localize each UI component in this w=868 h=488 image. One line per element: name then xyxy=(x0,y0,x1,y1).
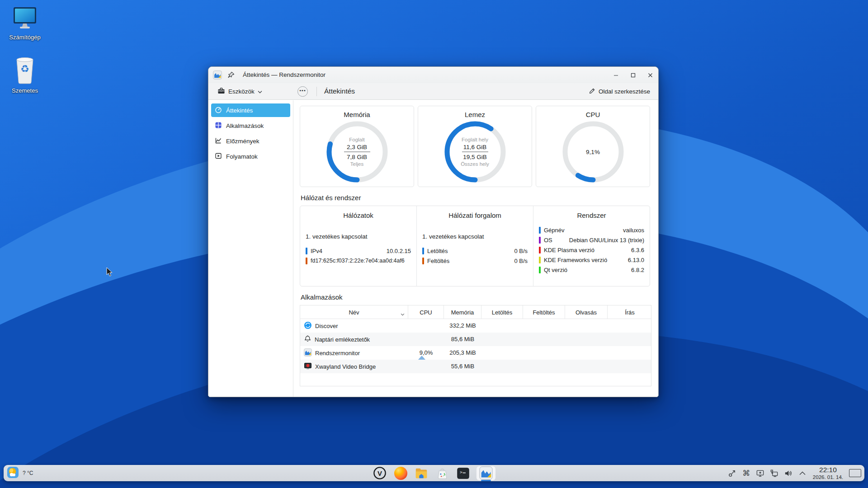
fraction-divider xyxy=(462,152,488,152)
gauge-cards-row: Memória Foglalt 2,3 GiB 7,8 GiB Teljes L… xyxy=(300,106,650,187)
clock-date: 2026. 01. 14. xyxy=(813,474,843,480)
system-monitor-task[interactable] xyxy=(476,466,495,480)
close-button[interactable] xyxy=(646,71,654,79)
network-system-card: Hálózatok 1. vezetékes kapcsolat IPv4 10… xyxy=(300,206,650,286)
legend-color-bar xyxy=(539,267,541,273)
sidebar: Áttekintés Alkalmazások Előzmények xyxy=(208,100,293,397)
device-notifier-icon[interactable] xyxy=(728,469,737,478)
firefox-icon[interactable] xyxy=(393,466,408,480)
clock-time: 22:10 xyxy=(813,466,843,474)
svg-text:>: > xyxy=(460,469,462,474)
column-header-name[interactable]: Név xyxy=(300,305,408,319)
pin-icon[interactable] xyxy=(227,71,235,80)
toolbar-separator xyxy=(316,87,317,96)
desktop-icon-trash[interactable]: ♻ Szemetes xyxy=(0,56,50,94)
system-monitor-icon xyxy=(304,348,312,358)
edit-page-button[interactable]: Oldal szerkesztése xyxy=(587,86,652,97)
overflow-menu-button[interactable]: ••• xyxy=(297,86,308,97)
memory-total-label: Teljes xyxy=(300,161,414,168)
clipboard-command-icon[interactable]: ⌘ xyxy=(742,469,751,478)
column-header-memory[interactable]: Memória xyxy=(444,305,481,319)
screen-config-icon[interactable] xyxy=(756,469,765,478)
dolphin-icon[interactable] xyxy=(414,466,429,480)
window-controls xyxy=(612,67,654,83)
sort-chevron-icon xyxy=(401,310,405,317)
disk-gauge-text: Foglalt hely 11,6 GiB 19,5 GiB Összes he… xyxy=(418,136,532,168)
system-tray: ⌘ 22:10 2026. 01. 14. xyxy=(728,465,861,481)
table-row-xwayland-video-bridge[interactable]: Xwayland Video Bridge 55,6 MiB xyxy=(300,360,651,373)
pencil-icon xyxy=(589,88,595,96)
tools-menu-label: Eszközök xyxy=(228,88,255,95)
legend-color-bar xyxy=(539,247,541,253)
table-row-discover[interactable]: Discover 332,2 MiB xyxy=(300,319,651,333)
column-header-read[interactable]: Olvasás xyxy=(565,305,608,319)
desktop-icon-label: Számítógép xyxy=(0,34,50,41)
weather-temperature-label: ? °C xyxy=(23,470,33,476)
minimize-button[interactable] xyxy=(612,71,619,79)
discover-store-icon[interactable] xyxy=(435,466,449,480)
tools-menu-button[interactable]: Eszközök xyxy=(215,86,265,97)
mouse-cursor xyxy=(106,267,114,279)
column-header-download[interactable]: Letöltés xyxy=(481,305,523,319)
sidebar-item-processes[interactable]: Folyamatok xyxy=(211,150,290,163)
gauge-icon xyxy=(215,106,222,115)
sidebar-item-label: Folyamatok xyxy=(226,153,258,160)
network-wired-icon[interactable] xyxy=(770,469,779,478)
applications-heading: Alkalmazások xyxy=(301,293,650,301)
weather-widget[interactable]: ? °C xyxy=(7,465,33,481)
legend-row-frameworks-version: KDE Frameworks verzió 6.13.0 xyxy=(539,255,644,265)
legend-color-bar xyxy=(306,248,307,254)
cpu-cell-with-sparkline: 9,0% xyxy=(408,346,444,360)
digital-clock[interactable]: 22:10 2026. 01. 14. xyxy=(813,466,843,479)
disk-card-title: Lemez xyxy=(418,111,532,118)
cpu-gauge-text: 9,1% xyxy=(536,148,650,156)
titlebar[interactable]: Áttekintés — Rendszermonitor xyxy=(208,67,658,83)
legend-color-bar xyxy=(539,257,541,263)
disk-total-value: 19,5 GiB xyxy=(418,153,532,161)
active-task-indicator xyxy=(481,480,491,481)
memory-card: Memória Foglalt 2,3 GiB 7,8 GiB Teljes xyxy=(300,106,414,187)
xwayland-video-icon xyxy=(304,362,312,371)
network-traffic-title: Hálózati forgalom xyxy=(422,211,528,219)
applications-table: Név CPU Memória Letöltés Feltöltés Olvas… xyxy=(300,305,651,386)
table-row-calendar-reminders[interactable]: Naptári emlékeztetők 85,6 MiB xyxy=(300,333,651,346)
overview-page: Memória Foglalt 2,3 GiB 7,8 GiB Teljes L… xyxy=(294,100,658,397)
memory-used-label: Foglalt xyxy=(300,136,414,143)
network-traffic-column: Hálózati forgalom 1. vezetékes kapcsolat… xyxy=(416,206,533,286)
sidebar-item-overview[interactable]: Áttekintés xyxy=(211,103,290,117)
legend-row-ipv4: IPv4 10.0.2.15 xyxy=(306,246,411,256)
disk-card: Lemez Foglalt hely 11,6 GiB 19,5 GiB Öss… xyxy=(418,106,532,187)
taskbar-launchers: V > xyxy=(373,465,495,481)
konsole-icon[interactable]: > xyxy=(456,466,470,480)
system-monitor-app-icon xyxy=(213,70,222,81)
legend-row-ipv6: fd17:625c:f037:2:22e:7e04:aa0d:4af6 xyxy=(306,256,411,266)
toolbar: Eszközök ••• Áttekintés Oldal szerkeszté… xyxy=(208,83,658,100)
table-row-system-monitor[interactable]: Rendszermonitor 9,0% 205,3 MiB xyxy=(300,346,651,360)
taskbar-panel: ? °C V xyxy=(4,465,864,481)
desktop-icon-label: Szemetes xyxy=(0,87,50,94)
networks-column: Hálózatok 1. vezetékes kapcsolat IPv4 10… xyxy=(300,206,416,286)
show-desktop-button[interactable] xyxy=(849,469,861,477)
memory-used-value: 2,3 GiB xyxy=(300,143,414,151)
sidebar-item-applications[interactable]: Alkalmazások xyxy=(211,119,290,132)
line-chart-icon xyxy=(215,137,222,145)
legend-color-bar xyxy=(422,248,424,254)
bell-icon xyxy=(304,335,311,344)
desktop-icon-computer[interactable]: Számítógép xyxy=(0,6,50,41)
column-header-upload[interactable]: Feltöltés xyxy=(523,305,565,319)
computer-icon xyxy=(12,25,38,32)
networks-title: Hálózatok xyxy=(306,211,411,219)
sidebar-item-label: Áttekintés xyxy=(226,107,253,114)
expand-tray-icon[interactable] xyxy=(798,469,807,478)
window-title: Áttekintés — Rendszermonitor xyxy=(243,67,326,83)
disk-used-value: 11,6 GiB xyxy=(418,143,532,151)
legend-row-upload: Feltöltés 0 B/s xyxy=(422,256,528,266)
column-header-write[interactable]: Írás xyxy=(608,305,652,319)
volume-icon[interactable] xyxy=(784,469,793,478)
app-menu-icon[interactable]: V xyxy=(373,466,387,480)
maximize-button[interactable] xyxy=(629,71,637,79)
column-header-cpu[interactable]: CPU xyxy=(408,305,444,319)
system-column: Rendszer Gépnév vailuxos OS Debian GNU/L… xyxy=(533,206,650,286)
svg-text:V: V xyxy=(377,469,382,477)
sidebar-item-history[interactable]: Előzmények xyxy=(211,134,290,148)
